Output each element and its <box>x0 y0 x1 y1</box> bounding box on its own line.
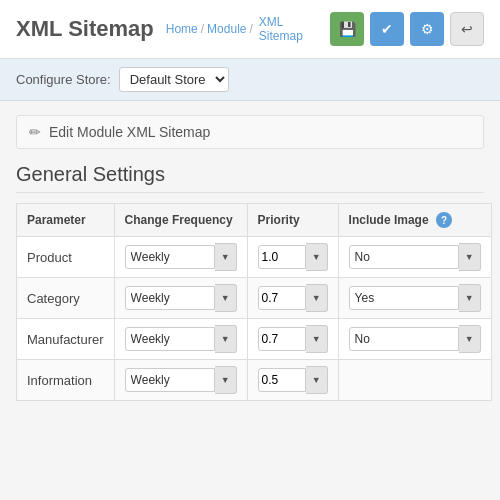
cell-include: NoYes▼ <box>338 278 491 319</box>
include-select-wrapper: NoYes▼ <box>349 284 481 312</box>
priority-select-wrapper: 0.10.20.30.40.50.60.70.80.91.0▼ <box>258 284 328 312</box>
store-bar: Configure Store: Default Store <box>0 59 500 101</box>
frequency-select-wrapper: AlwaysHourlyDailyWeeklyMonthlyYearlyNeve… <box>125 366 237 394</box>
cell-parameter: Information <box>17 360 115 401</box>
cell-include <box>338 360 491 401</box>
include-dropdown-btn[interactable]: ▼ <box>459 284 481 312</box>
priority-dropdown-btn[interactable]: ▼ <box>306 284 328 312</box>
frequency-select[interactable]: AlwaysHourlyDailyWeeklyMonthlyYearlyNeve… <box>125 368 215 392</box>
cell-priority: 0.10.20.30.40.50.60.70.80.91.0▼ <box>247 278 338 319</box>
priority-select[interactable]: 0.10.20.30.40.50.60.70.80.91.0 <box>258 286 306 310</box>
cell-frequency: AlwaysHourlyDailyWeeklyMonthlyYearlyNeve… <box>114 278 247 319</box>
table-row: InformationAlwaysHourlyDailyWeeklyMonthl… <box>17 360 492 401</box>
breadcrumb-module[interactable]: Module <box>207 22 246 36</box>
priority-dropdown-btn[interactable]: ▼ <box>306 325 328 353</box>
priority-dropdown-btn[interactable]: ▼ <box>306 366 328 394</box>
col-header-parameter: Parameter <box>17 204 115 237</box>
cell-frequency: AlwaysHourlyDailyWeeklyMonthlyYearlyNeve… <box>114 237 247 278</box>
cell-parameter: Manufacturer <box>17 319 115 360</box>
cell-priority: 0.10.20.30.40.50.60.70.80.91.0▼ <box>247 319 338 360</box>
store-select-wrapper: Default Store <box>119 67 229 92</box>
check-button[interactable]: ✔ <box>370 12 404 46</box>
edit-icon: ✏ <box>29 124 41 140</box>
share-button[interactable]: ⚙ <box>410 12 444 46</box>
table-row: CategoryAlwaysHourlyDailyWeeklyMonthlyYe… <box>17 278 492 319</box>
cell-priority: 0.10.20.30.40.50.60.70.80.91.0▼ <box>247 360 338 401</box>
cell-include: NoYes▼ <box>338 319 491 360</box>
include-dropdown-btn[interactable]: ▼ <box>459 243 481 271</box>
include-help-icon[interactable]: ? <box>436 212 452 228</box>
include-dropdown-btn[interactable]: ▼ <box>459 325 481 353</box>
frequency-select-wrapper: AlwaysHourlyDailyWeeklyMonthlyYearlyNeve… <box>125 243 237 271</box>
priority-select[interactable]: 0.10.20.30.40.50.60.70.80.91.0 <box>258 245 306 269</box>
general-settings-section: General Settings Parameter Change Freque… <box>16 163 484 401</box>
cell-include: NoYes▼ <box>338 237 491 278</box>
cell-parameter: Category <box>17 278 115 319</box>
include-select[interactable]: NoYes <box>349 245 459 269</box>
frequency-select[interactable]: AlwaysHourlyDailyWeeklyMonthlyYearlyNeve… <box>125 327 215 351</box>
back-button[interactable]: ↩ <box>450 12 484 46</box>
store-select[interactable]: Default Store <box>119 67 229 92</box>
frequency-select-wrapper: AlwaysHourlyDailyWeeklyMonthlyYearlyNeve… <box>125 284 237 312</box>
frequency-dropdown-btn[interactable]: ▼ <box>215 325 237 353</box>
priority-select[interactable]: 0.10.20.30.40.50.60.70.80.91.0 <box>258 368 306 392</box>
include-select-wrapper: NoYes▼ <box>349 243 481 271</box>
breadcrumb-current: XML Sitemap <box>259 15 327 43</box>
breadcrumb: Home / Module / XML Sitemap <box>166 15 330 43</box>
table-body: ProductAlwaysHourlyDailyWeeklyMonthlyYea… <box>17 237 492 401</box>
section-title: General Settings <box>16 163 484 193</box>
priority-select-wrapper: 0.10.20.30.40.50.60.70.80.91.0▼ <box>258 243 328 271</box>
page-title: XML Sitemap <box>16 16 154 42</box>
priority-select-wrapper: 0.10.20.30.40.50.60.70.80.91.0▼ <box>258 325 328 353</box>
frequency-dropdown-btn[interactable]: ▼ <box>215 243 237 271</box>
col-header-frequency: Change Frequency <box>114 204 247 237</box>
include-select[interactable]: NoYes <box>349 286 459 310</box>
include-select-wrapper: NoYes▼ <box>349 325 481 353</box>
header: XML Sitemap Home / Module / XML Sitemap … <box>0 0 500 59</box>
breadcrumb-sep1: / <box>201 22 204 36</box>
main-content: ✏ Edit Module XML Sitemap General Settin… <box>0 101 500 415</box>
frequency-select[interactable]: AlwaysHourlyDailyWeeklyMonthlyYearlyNeve… <box>125 245 215 269</box>
frequency-select[interactable]: AlwaysHourlyDailyWeeklyMonthlyYearlyNeve… <box>125 286 215 310</box>
edit-module-bar: ✏ Edit Module XML Sitemap <box>16 115 484 149</box>
col-header-include: Include Image ? <box>338 204 491 237</box>
priority-select[interactable]: 0.10.20.30.40.50.60.70.80.91.0 <box>258 327 306 351</box>
header-actions: 💾 ✔ ⚙ ↩ <box>330 12 484 46</box>
cell-frequency: AlwaysHourlyDailyWeeklyMonthlyYearlyNeve… <box>114 319 247 360</box>
frequency-dropdown-btn[interactable]: ▼ <box>215 366 237 394</box>
save-button[interactable]: 💾 <box>330 12 364 46</box>
cell-frequency: AlwaysHourlyDailyWeeklyMonthlyYearlyNeve… <box>114 360 247 401</box>
priority-dropdown-btn[interactable]: ▼ <box>306 243 328 271</box>
breadcrumb-home[interactable]: Home <box>166 22 198 36</box>
table-header-row: Parameter Change Frequency Priority Incl… <box>17 204 492 237</box>
cell-priority: 0.10.20.30.40.50.60.70.80.91.0▼ <box>247 237 338 278</box>
priority-select-wrapper: 0.10.20.30.40.50.60.70.80.91.0▼ <box>258 366 328 394</box>
col-header-priority: Priority <box>247 204 338 237</box>
settings-table: Parameter Change Frequency Priority Incl… <box>16 203 492 401</box>
edit-module-text: Edit Module XML Sitemap <box>49 124 210 140</box>
frequency-dropdown-btn[interactable]: ▼ <box>215 284 237 312</box>
configure-store-label: Configure Store: <box>16 72 111 87</box>
table-row: ManufacturerAlwaysHourlyDailyWeeklyMonth… <box>17 319 492 360</box>
table-row: ProductAlwaysHourlyDailyWeeklyMonthlyYea… <box>17 237 492 278</box>
include-select[interactable]: NoYes <box>349 327 459 351</box>
frequency-select-wrapper: AlwaysHourlyDailyWeeklyMonthlyYearlyNeve… <box>125 325 237 353</box>
cell-parameter: Product <box>17 237 115 278</box>
breadcrumb-sep2: / <box>249 22 252 36</box>
